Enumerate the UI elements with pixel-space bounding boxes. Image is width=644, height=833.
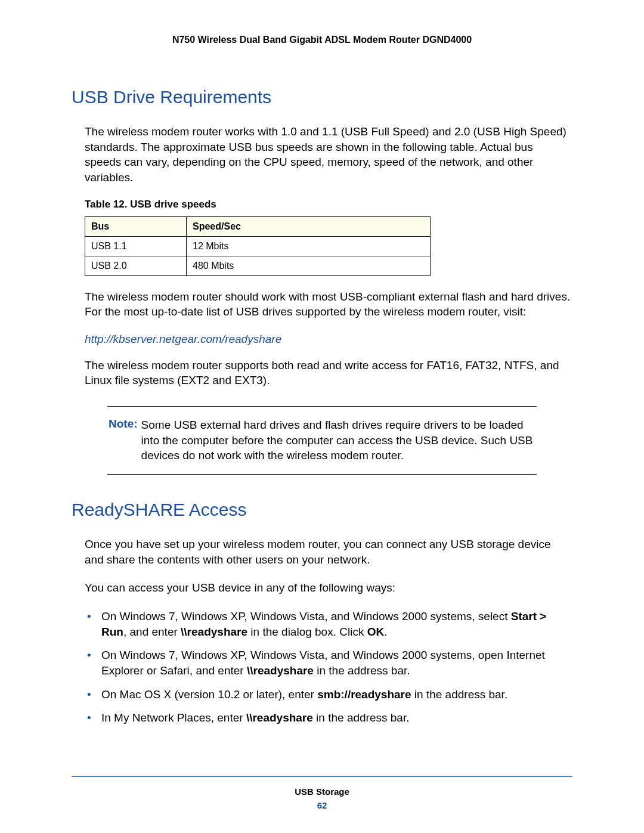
usb-speed-table: Bus Speed/Sec USB 1.1 12 Mbits USB 2.0 4…	[85, 216, 431, 276]
table-caption: Table 12. USB drive speeds	[72, 199, 572, 210]
cell-speed: 12 Mbits	[187, 236, 431, 256]
footer-section-title: USB Storage	[72, 786, 572, 797]
li-text: in the dialog box. Click	[247, 625, 367, 638]
list-item: In My Network Places, enter \\readyshare…	[85, 710, 572, 726]
li-text: in the address bar.	[313, 711, 410, 724]
para-filesystems: The wireless modem router supports both …	[72, 358, 572, 388]
cell-bus: USB 2.0	[85, 256, 187, 275]
table-row: USB 1.1 12 Mbits	[85, 236, 431, 256]
cell-bus: USB 1.1	[85, 236, 187, 256]
li-bold: \\readyshare	[246, 711, 313, 724]
li-bold: \\readyshare	[247, 664, 314, 677]
list-item: On Windows 7, Windows XP, Windows Vista,…	[85, 609, 572, 639]
th-bus: Bus	[85, 216, 187, 236]
li-text: in the address bar.	[411, 688, 508, 701]
li-text: in the address bar.	[314, 664, 410, 677]
para-usb-intro: The wireless modem router works with 1.0…	[72, 124, 572, 185]
li-bold: OK	[367, 625, 385, 638]
table-row: USB 2.0 480 Mbits	[85, 256, 431, 275]
note-label: Note:	[109, 417, 141, 463]
li-text: On Windows 7, Windows XP, Windows Vista,…	[101, 610, 511, 623]
li-text: In My Network Places, enter	[101, 711, 246, 724]
para-usb-compat: The wireless modem router should work wi…	[72, 289, 572, 320]
access-methods-list: On Windows 7, Windows XP, Windows Vista,…	[72, 609, 572, 726]
li-text: , and enter	[123, 625, 181, 638]
list-item: On Mac OS X (version 10.2 or later), ent…	[85, 687, 572, 702]
cell-speed: 480 Mbits	[187, 256, 431, 275]
note-block: Note: Some USB external hard drives and …	[107, 406, 537, 475]
para-access-ways: You can access your USB device in any of…	[72, 580, 572, 596]
footer-page-number: 62	[72, 800, 572, 810]
th-speed: Speed/Sec	[187, 216, 431, 236]
table-header-row: Bus Speed/Sec	[85, 216, 431, 236]
list-item: On Windows 7, Windows XP, Windows Vista,…	[85, 648, 572, 678]
note-text: Some USB external hard drives and flash …	[141, 417, 535, 463]
note-rule-top	[107, 406, 537, 407]
page-footer: USB Storage 62	[72, 776, 572, 810]
para-readyshare-intro: Once you have set up your wireless modem…	[72, 537, 572, 567]
li-bold: smb://readyshare	[317, 688, 411, 701]
note-rule-bottom	[107, 474, 537, 475]
readyshare-link[interactable]: http://kbserver.netgear.com/readyshare	[72, 333, 572, 346]
li-text: On Mac OS X (version 10.2 or later), ent…	[101, 688, 317, 701]
li-text: .	[384, 625, 387, 638]
heading-usb-drive-requirements: USB Drive Requirements	[72, 87, 572, 107]
heading-readyshare-access: ReadySHARE Access	[72, 500, 572, 520]
footer-rule	[72, 776, 572, 777]
li-bold: \\readyshare	[181, 625, 247, 638]
document-header: N750 Wireless Dual Band Gigabit ADSL Mod…	[72, 35, 572, 45]
